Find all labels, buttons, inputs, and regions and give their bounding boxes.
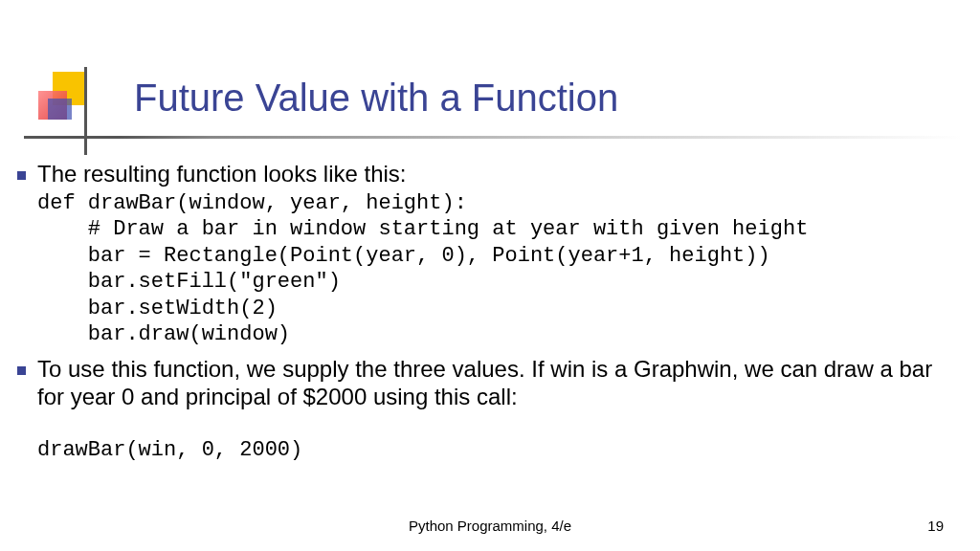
bullet-text: To use this function, we supply the thre… — [37, 356, 965, 411]
footer-page-number: 19 — [927, 518, 944, 534]
horizontal-rule — [24, 136, 962, 139]
bullet-item: To use this function, we supply the thre… — [17, 356, 965, 411]
slide-logo-decoration — [38, 72, 96, 129]
footer-book-title: Python Programming, 4/e — [0, 518, 980, 534]
bullet-square-icon — [17, 366, 26, 375]
logo-blue-shape — [48, 99, 72, 120]
slide-content: The resulting function looks like this: … — [17, 161, 965, 464]
bullet-text: The resulting function looks like this: — [37, 161, 407, 188]
bullet-item: The resulting function looks like this: — [17, 161, 965, 188]
code-block-function-call: drawBar(win, 0, 2000) — [37, 437, 965, 464]
bullet-square-icon — [17, 171, 26, 180]
slide-title: Future Value with a Function — [134, 77, 618, 120]
vertical-rule — [84, 67, 87, 155]
code-block-function-def: def drawBar(window, year, height): # Dra… — [37, 190, 965, 348]
